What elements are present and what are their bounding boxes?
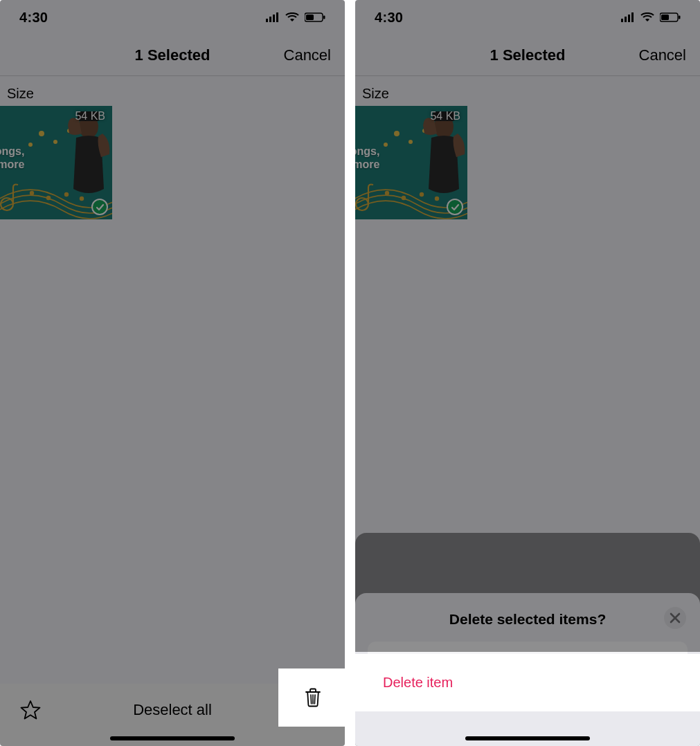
selection-check-icon: [91, 199, 108, 215]
thumbnail-size-badge: 54 KB: [75, 110, 105, 122]
media-thumbnail[interactable]: 54 KB + songs, & more: [0, 106, 112, 219]
delete-row-highlight: Delete item: [355, 654, 700, 711]
svg-point-34: [435, 197, 439, 201]
status-time: 4:30: [19, 10, 48, 26]
close-icon: [670, 612, 681, 624]
trash-icon: [304, 687, 322, 708]
thumbnail-text-line2: & more: [355, 158, 379, 170]
status-time: 4:30: [375, 10, 403, 26]
svg-line-21: [314, 695, 315, 704]
phone-screen-left: 4:30 1 Selected Cancel Size: [0, 0, 345, 746]
status-icons: [621, 12, 681, 22]
svg-rect-23: [625, 17, 627, 22]
section-label-size: Size: [0, 76, 345, 106]
selection-check-icon: [447, 199, 463, 215]
media-thumbnail[interactable]: 54 KB + songs, & more: [355, 106, 467, 219]
battery-icon: [660, 12, 681, 22]
svg-point-37: [409, 140, 413, 144]
svg-rect-28: [679, 16, 681, 19]
nav-bar: 1 Selected Cancel: [0, 35, 345, 76]
cellular-icon: [621, 12, 635, 22]
status-bar: 4:30: [0, 0, 345, 35]
svg-rect-25: [631, 12, 634, 22]
star-icon: [20, 700, 41, 720]
svg-line-19: [311, 695, 312, 704]
sheet-close-button[interactable]: [664, 607, 686, 629]
svg-point-35: [394, 131, 400, 136]
svg-point-13: [39, 131, 44, 136]
nav-title: 1 Selected: [135, 46, 210, 64]
phone-screen-right: 4:30 1 Selected Cancel Size: [355, 0, 700, 746]
star-button[interactable]: [17, 696, 44, 724]
svg-point-31: [385, 191, 389, 195]
wifi-icon: [640, 12, 654, 22]
home-indicator[interactable]: [110, 736, 235, 740]
svg-point-9: [30, 191, 34, 195]
sheet-title: Delete selected items?: [365, 611, 690, 628]
svg-rect-0: [266, 19, 268, 22]
thumbnail-size-badge: 54 KB: [430, 110, 460, 122]
svg-rect-6: [323, 16, 325, 19]
cancel-button[interactable]: Cancel: [639, 46, 686, 64]
svg-point-32: [402, 196, 406, 200]
svg-rect-1: [269, 17, 271, 22]
svg-point-33: [420, 192, 424, 197]
thumbnail-text-line1: + songs,: [0, 145, 24, 157]
nav-title: 1 Selected: [490, 46, 566, 64]
svg-point-15: [53, 140, 57, 144]
thumbnail-text: + songs, & more: [355, 145, 379, 171]
svg-point-36: [384, 143, 388, 147]
nav-bar: 1 Selected Cancel: [355, 35, 700, 76]
svg-rect-22: [621, 19, 623, 22]
svg-rect-24: [628, 15, 630, 22]
svg-point-11: [64, 192, 69, 197]
svg-point-14: [28, 143, 33, 147]
home-indicator[interactable]: [465, 736, 590, 740]
thumbnail-text: + songs, & more: [0, 145, 24, 171]
delete-button[interactable]: [281, 671, 345, 724]
thumbnail-text-line2: & more: [0, 158, 24, 170]
thumbnail-grid: 54 KB + songs, & more: [355, 106, 700, 224]
svg-point-12: [80, 197, 84, 201]
section-label-size: Size: [355, 76, 700, 106]
deselect-all-button[interactable]: Deselect all: [133, 701, 212, 719]
svg-rect-5: [306, 15, 314, 20]
svg-rect-27: [661, 15, 669, 20]
wifi-icon: [285, 12, 299, 22]
cancel-button[interactable]: Cancel: [284, 46, 331, 64]
thumbnail-grid: 54 KB + songs, & more: [0, 106, 345, 224]
svg-point-10: [46, 196, 51, 200]
status-icons: [266, 12, 325, 22]
thumbnail-text-line1: + songs,: [355, 145, 379, 157]
delete-item-button[interactable]: Delete item: [368, 661, 688, 704]
cellular-icon: [266, 12, 280, 22]
battery-icon: [305, 12, 325, 22]
svg-rect-3: [276, 12, 278, 22]
status-bar: 4:30: [355, 0, 700, 35]
svg-rect-2: [273, 15, 275, 22]
